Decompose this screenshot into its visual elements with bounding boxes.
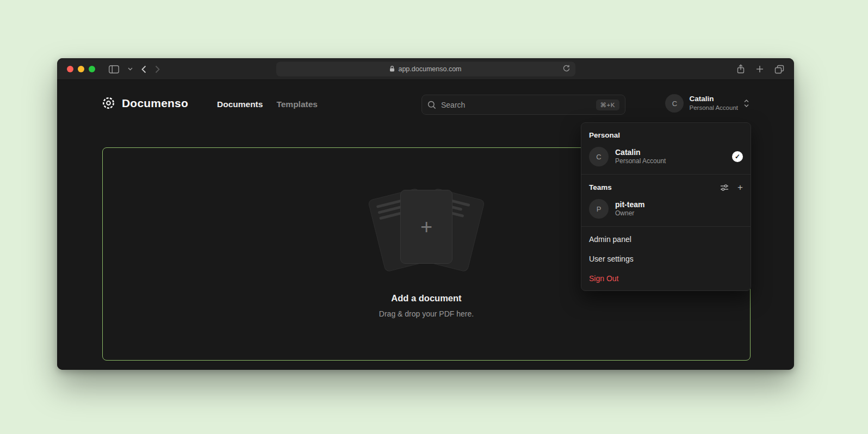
- menu-item-user-settings[interactable]: User settings: [581, 249, 751, 269]
- menu-divider: [581, 226, 751, 227]
- menu-item-sign-out[interactable]: Sign Out: [581, 269, 751, 288]
- account-dropdown-menu: Personal C Catalin Personal Account ✓ Te…: [581, 122, 751, 291]
- address-bar[interactable]: app.documenso.com: [276, 61, 575, 76]
- browser-window: app.documenso.com: [57, 58, 794, 370]
- account-name: Catalin: [689, 95, 738, 104]
- main-nav: Documents Templates: [217, 100, 318, 109]
- back-button-icon[interactable]: [141, 65, 146, 73]
- menu-section-teams: Teams +: [581, 177, 751, 195]
- zoom-window-button[interactable]: [89, 66, 95, 72]
- nav-templates[interactable]: Templates: [276, 100, 318, 109]
- create-team-plus-icon[interactable]: +: [737, 183, 743, 192]
- nav-documents[interactable]: Documents: [217, 100, 263, 109]
- search-shortcut-badge: ⌘+K: [596, 100, 619, 110]
- account-type: Personal Account: [689, 104, 738, 111]
- manage-teams-sliders-icon[interactable]: [720, 184, 729, 191]
- chevron-up-down-icon: [743, 99, 749, 108]
- documents-stack-illustration: +: [364, 190, 489, 271]
- teams-header-label: Teams: [589, 183, 612, 191]
- tab-overview-icon[interactable]: [774, 65, 784, 74]
- team-avatar: P: [589, 199, 609, 219]
- sidebar-toggle-icon[interactable]: [109, 65, 119, 73]
- search-input[interactable]: Search ⌘+K: [421, 95, 625, 115]
- document-card-add-icon: +: [400, 190, 452, 264]
- menu-item-admin-panel[interactable]: Admin panel: [581, 230, 751, 249]
- search-placeholder: Search: [441, 101, 465, 109]
- menu-section-personal: Personal: [581, 125, 751, 143]
- minimize-window-button[interactable]: [78, 66, 84, 72]
- titlebar-right-controls: [736, 58, 784, 80]
- selected-check-icon: ✓: [732, 151, 743, 162]
- brand[interactable]: Documenso: [101, 96, 188, 110]
- refresh-icon[interactable]: [562, 64, 571, 72]
- dropzone-title: Add a document: [391, 293, 461, 303]
- menu-account-subtitle: Personal Account: [615, 157, 666, 166]
- menu-account-name: Catalin: [615, 147, 666, 157]
- lock-icon: [389, 66, 395, 72]
- url-text: app.documenso.com: [398, 65, 461, 73]
- account-menu-trigger[interactable]: C Catalin Personal Account: [665, 94, 749, 113]
- documenso-logo-icon: [101, 96, 116, 110]
- dropzone-subtitle: Drag & drop your PDF here.: [379, 309, 474, 318]
- close-window-button[interactable]: [67, 66, 73, 72]
- new-tab-plus-icon[interactable]: [756, 65, 764, 73]
- browser-nav-controls: [109, 58, 160, 80]
- browser-titlebar: app.documenso.com: [57, 58, 794, 80]
- window-controls: [67, 66, 95, 72]
- brand-name: Documenso: [122, 97, 188, 110]
- menu-divider: [581, 174, 751, 175]
- desktop: { "browser": { "url": "app.documenso.com…: [0, 0, 868, 434]
- share-icon[interactable]: [736, 64, 745, 74]
- avatar: C: [589, 147, 609, 166]
- avatar: C: [665, 94, 684, 113]
- team-role: Owner: [615, 209, 644, 218]
- search-icon: [427, 101, 436, 109]
- menu-item-team[interactable]: P pit-team Owner: [581, 195, 751, 224]
- team-name: pit-team: [615, 200, 644, 209]
- app-content: Documenso Documents Templates Search ⌘+K…: [57, 80, 794, 370]
- sidebar-chevron-down-icon[interactable]: [128, 67, 133, 71]
- forward-button-icon[interactable]: [155, 65, 160, 73]
- menu-item-personal-account[interactable]: C Catalin Personal Account ✓: [581, 143, 751, 171]
- plus-icon: +: [420, 216, 432, 237]
